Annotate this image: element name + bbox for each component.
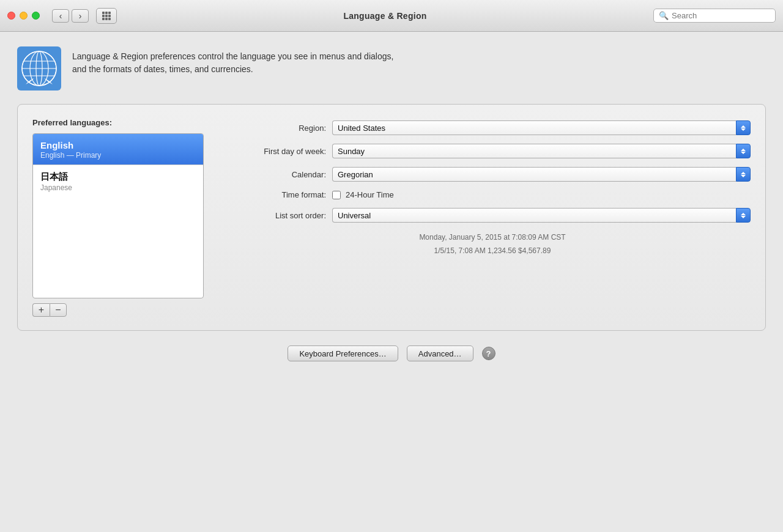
- remove-language-button[interactable]: −: [50, 303, 67, 317]
- back-button[interactable]: ‹: [52, 9, 69, 23]
- calendar-select-arrow: [736, 167, 751, 182]
- week-label: First day of week:: [234, 147, 326, 156]
- calendar-label: Calendar:: [234, 170, 326, 179]
- calendar-select-container: Gregorian Buddhist Hebrew Islamic Japane…: [332, 167, 751, 182]
- close-button[interactable]: [7, 12, 15, 20]
- settings-section: Region: United States United Kingdom Can…: [234, 118, 751, 317]
- week-double-arrow-icon: [741, 149, 746, 154]
- language-item-english[interactable]: English English — Primary: [33, 134, 203, 165]
- week-select-container: Sunday Monday Saturday: [332, 144, 751, 158]
- listsort-label: List sort order:: [234, 211, 326, 220]
- timeformat-row: Time format: 24-Hour Time: [234, 190, 751, 199]
- grid-button[interactable]: [96, 8, 117, 24]
- window-controls: [7, 12, 40, 20]
- window-title: Language & Region: [124, 11, 646, 21]
- svg-rect-8: [108, 18, 111, 20]
- double-arrow-icon: [741, 125, 746, 131]
- svg-rect-0: [102, 12, 105, 14]
- panel: Preferred languages: English English — P…: [17, 104, 766, 331]
- timeformat-checkbox-row: 24-Hour Time: [332, 190, 394, 199]
- svg-rect-7: [105, 18, 108, 20]
- help-button[interactable]: ?: [482, 347, 495, 360]
- svg-rect-5: [108, 15, 111, 17]
- minimize-button[interactable]: [20, 12, 28, 20]
- svg-rect-2: [108, 12, 111, 14]
- keyboard-preferences-button[interactable]: Keyboard Preferences…: [288, 345, 398, 361]
- listsort-select[interactable]: Universal Current Language English: [332, 208, 736, 223]
- header-section: Language & Region preferences control th…: [17, 46, 766, 91]
- header-description: Language & Region preferences control th…: [72, 46, 393, 76]
- maximize-button[interactable]: [32, 12, 40, 20]
- bottom-buttons: Keyboard Preferences… Advanced… ?: [17, 345, 766, 361]
- languages-label: Preferred languages:: [32, 118, 216, 127]
- region-row: Region: United States United Kingdom Can…: [234, 120, 751, 135]
- date-preview-line2: 1/5/15, 7:08 AM 1,234.56 $4,567.89: [234, 245, 751, 258]
- calendar-row: Calendar: Gregorian Buddhist Hebrew Isla…: [234, 167, 751, 182]
- date-preview: Monday, January 5, 2015 at 7:08:09 AM CS…: [234, 231, 751, 257]
- language-detail-english: English — Primary: [40, 151, 196, 160]
- language-name-english: English: [40, 140, 196, 150]
- language-list: English English — Primary 日本語 Japanese: [32, 133, 204, 298]
- advanced-button[interactable]: Advanced…: [407, 345, 473, 361]
- svg-rect-6: [102, 18, 105, 20]
- search-box[interactable]: 🔍: [653, 9, 776, 23]
- region-select[interactable]: United States United Kingdom Canada Aust…: [332, 120, 736, 135]
- timeformat-checkbox-label: 24-Hour Time: [346, 190, 394, 199]
- listsort-row: List sort order: Universal Current Langu…: [234, 208, 751, 223]
- region-label: Region:: [234, 124, 326, 133]
- main-content: Language & Region preferences control th…: [0, 32, 783, 376]
- week-select-arrow: [736, 144, 751, 158]
- add-language-button[interactable]: +: [32, 303, 50, 317]
- list-controls: + −: [32, 303, 216, 317]
- svg-rect-1: [105, 12, 108, 14]
- week-select[interactable]: Sunday Monday Saturday: [332, 144, 736, 158]
- titlebar: ‹ › Language & Region 🔍: [0, 0, 783, 32]
- search-input[interactable]: [672, 11, 770, 20]
- region-select-arrow: [736, 120, 751, 135]
- listsort-select-arrow: [736, 208, 751, 223]
- timeformat-checkbox[interactable]: [332, 191, 341, 199]
- language-name-japanese: 日本語: [40, 171, 196, 183]
- listsort-double-arrow-icon: [741, 213, 746, 218]
- flag-icon: [17, 46, 61, 91]
- search-icon: 🔍: [659, 11, 669, 20]
- calendar-select[interactable]: Gregorian Buddhist Hebrew Islamic Japane…: [332, 167, 736, 182]
- svg-rect-3: [102, 15, 105, 17]
- calendar-double-arrow-icon: [741, 172, 746, 177]
- date-preview-line1: Monday, January 5, 2015 at 7:08:09 AM CS…: [234, 231, 751, 245]
- region-select-container: United States United Kingdom Canada Aust…: [332, 120, 751, 135]
- nav-buttons: ‹ ›: [52, 9, 89, 23]
- listsort-select-container: Universal Current Language English: [332, 208, 751, 223]
- svg-rect-4: [105, 15, 108, 17]
- week-row: First day of week: Sunday Monday Saturda…: [234, 144, 751, 158]
- language-item-japanese[interactable]: 日本語 Japanese: [33, 165, 203, 197]
- language-detail-japanese: Japanese: [40, 183, 196, 192]
- languages-section: Preferred languages: English English — P…: [32, 118, 216, 317]
- timeformat-label: Time format:: [234, 190, 326, 199]
- forward-button[interactable]: ›: [72, 9, 89, 23]
